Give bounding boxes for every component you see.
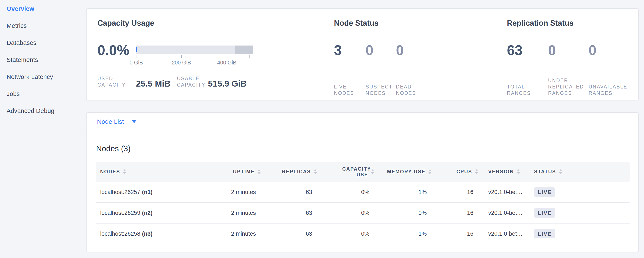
uptime-cell: 2 minutes <box>209 182 262 202</box>
gauge-tick-label: 0 GiB <box>130 60 143 66</box>
used-capacity-value: 25.5 MiB <box>136 79 177 88</box>
sort-icon[interactable] <box>258 169 260 174</box>
status-badge: LIVE <box>534 208 555 218</box>
live-nodes-value: 3 <box>334 43 366 58</box>
used-capacity-label: USED CAPACITY <box>98 75 136 88</box>
sidebar-item-databases[interactable]: Databases <box>6 34 79 51</box>
memory-use-cell: 0% <box>376 203 433 223</box>
sort-icon[interactable] <box>475 169 478 174</box>
nodes-table-header: NODES UPTIME REPLICAS CAPACITY USE MEMOR… <box>96 162 630 182</box>
unavailable-ranges-value: 0 <box>588 43 642 58</box>
unavailable-ranges-stat: 0 UNAVAILABLE RANGES <box>588 43 642 96</box>
capacity-gauge-chart: 0 GiB 200 GiB 400 GiB <box>136 46 253 54</box>
memory-use-cell: 1% <box>376 182 433 202</box>
suspect-nodes-stat: 0 SUSPECT NODES <box>366 43 396 96</box>
column-header-status[interactable]: STATUS <box>531 162 630 182</box>
chevron-down-icon <box>132 120 136 123</box>
dead-nodes-value: 0 <box>396 43 430 58</box>
version-cell: v20.1.0-bet… <box>480 223 531 244</box>
sort-icon[interactable] <box>314 169 317 174</box>
live-nodes-stat: 3 LIVE NODES <box>334 43 366 96</box>
sidebar-item-overview[interactable]: Overview <box>6 0 79 17</box>
suspect-nodes-value: 0 <box>366 43 396 58</box>
replicas-cell: 63 <box>262 223 318 244</box>
node-address-cell[interactable]: localhost:26258(n3) <box>96 223 209 244</box>
node-list-card: Node List Nodes (3) NODES UPTIME REPLICA… <box>86 112 639 252</box>
cpus-cell: 16 <box>433 223 480 244</box>
status-badge: LIVE <box>534 187 555 197</box>
replicas-cell: 63 <box>262 203 318 223</box>
column-header-replicas[interactable]: REPLICAS <box>262 162 318 182</box>
sort-icon[interactable] <box>428 169 432 174</box>
version-cell: v20.1.0-bet… <box>480 182 531 202</box>
column-header-version[interactable]: VERSION <box>480 162 531 182</box>
node-status-title: Node Status <box>334 19 378 28</box>
sidebar-item-network-latency[interactable]: Network Latency <box>6 68 79 85</box>
capacity-gauge-other-segment <box>235 46 253 54</box>
column-header-cpus[interactable]: CPUS <box>433 162 480 182</box>
nodes-count-heading: Nodes (3) <box>96 144 638 154</box>
live-nodes-label: LIVE NODES <box>334 84 366 96</box>
dead-nodes-label: DEAD NODES <box>396 84 430 96</box>
sort-icon[interactable] <box>517 169 520 174</box>
sidebar-item-metrics[interactable]: Metrics <box>6 17 79 34</box>
node-address-cell[interactable]: localhost:26257(n1) <box>96 182 209 202</box>
usable-capacity-label: USABLE CAPACITY <box>177 75 208 88</box>
sort-icon[interactable] <box>123 169 126 174</box>
column-header-nodes[interactable]: NODES <box>96 162 209 182</box>
sidebar-item-advanced-debug[interactable]: Advanced Debug <box>6 102 79 119</box>
table-row[interactable]: localhost:26257(n1) 2 minutes 63 0% 1% 1… <box>96 182 630 203</box>
node-status-stats: 3 LIVE NODES 0 SUSPECT NODES 0 DEAD NODE… <box>334 43 430 96</box>
dead-nodes-stat: 0 DEAD NODES <box>396 43 430 96</box>
under-replicated-ranges-value: 0 <box>548 43 588 58</box>
gauge-tick-label: 200 GiB <box>172 60 191 66</box>
replicas-cell: 63 <box>262 182 318 202</box>
capacity-used-percent: 0.0% <box>98 43 129 58</box>
under-replicated-ranges-label: UNDER-REPLICATED RANGES <box>548 77 588 96</box>
column-header-memory-use[interactable]: MEMORY USE <box>376 162 433 182</box>
gauge-tick <box>181 55 182 58</box>
cluster-summary-card: Capacity Usage 0.0% 0 GiB 200 GiB 400 Gi… <box>86 8 639 100</box>
sort-icon[interactable] <box>559 169 562 174</box>
replication-stats: 63 TOTAL RANGES 0 UNDER-REPLICATED RANGE… <box>507 43 642 96</box>
uptime-cell: 2 minutes <box>209 203 262 223</box>
status-cell: LIVE <box>531 203 630 223</box>
status-cell: LIVE <box>531 223 630 244</box>
table-row[interactable]: localhost:26259(n2) 2 minutes 63 0% 0% 1… <box>96 203 630 223</box>
sidebar-item-statements[interactable]: Statements <box>6 51 79 68</box>
usable-capacity-value: 515.9 GiB <box>208 79 246 88</box>
node-list-dropdown-label: Node List <box>97 118 124 125</box>
cpus-cell: 16 <box>433 182 480 202</box>
capacity-usage-section: Capacity Usage 0.0% 0 GiB 200 GiB 400 Gi… <box>98 9 331 100</box>
sidebar: Overview Metrics Databases Statements Ne… <box>6 0 79 119</box>
capacity-use-cell: 0% <box>318 223 376 244</box>
replication-status-title: Replication Status <box>507 19 574 28</box>
column-header-capacity-use[interactable]: CAPACITY USE <box>318 162 376 182</box>
gauge-tick <box>136 55 136 58</box>
suspect-nodes-label: SUSPECT NODES <box>366 84 396 96</box>
status-badge: LIVE <box>534 229 555 238</box>
total-ranges-stat: 63 TOTAL RANGES <box>507 43 548 96</box>
sort-icon[interactable] <box>371 169 374 174</box>
total-ranges-value: 63 <box>507 43 548 58</box>
capacity-usage-title: Capacity Usage <box>98 19 154 28</box>
column-header-uptime[interactable]: UPTIME <box>209 162 262 182</box>
table-row[interactable]: localhost:26258(n3) 2 minutes 63 0% 1% 1… <box>96 223 630 244</box>
capacity-use-cell: 0% <box>318 203 376 223</box>
total-ranges-label: TOTAL RANGES <box>507 84 548 96</box>
node-address-cell[interactable]: localhost:26259(n2) <box>96 203 209 223</box>
gauge-tick-label: 400 GiB <box>217 60 236 66</box>
gauge-tick <box>159 55 159 58</box>
capacity-use-cell: 0% <box>318 182 376 202</box>
sidebar-item-jobs[interactable]: Jobs <box>6 85 79 102</box>
version-cell: v20.1.0-bet… <box>480 203 531 223</box>
cpus-cell: 16 <box>433 203 480 223</box>
capacity-stats: USED CAPACITY 25.5 MiB USABLE CAPACITY 5… <box>98 75 246 88</box>
unavailable-ranges-label: UNAVAILABLE RANGES <box>588 84 642 96</box>
status-cell: LIVE <box>531 182 630 202</box>
uptime-cell: 2 minutes <box>209 223 262 244</box>
under-replicated-ranges-stat: 0 UNDER-REPLICATED RANGES <box>548 43 588 96</box>
nodes-table: NODES UPTIME REPLICAS CAPACITY USE MEMOR… <box>96 162 630 244</box>
used-capacity-marker <box>136 47 137 52</box>
node-list-dropdown[interactable]: Node List <box>86 113 638 131</box>
